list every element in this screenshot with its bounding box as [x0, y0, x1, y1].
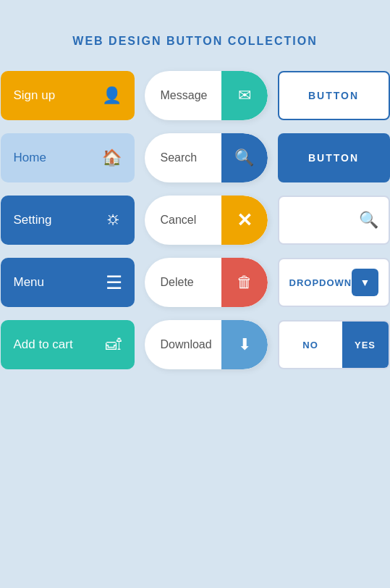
cart-icon: 🛋	[106, 335, 122, 354]
button-grid: Sign up 👤 Message ✉ BUTTON Home 🏠 Search…	[0, 71, 390, 369]
yes-option[interactable]: YES	[342, 322, 389, 368]
delete-icon-wrap: 🗑	[221, 258, 268, 307]
dropdown-label: DROPDOWN	[289, 277, 352, 288]
button-solid-1[interactable]: BUTTON	[278, 133, 390, 182]
envelope-icon: ✉	[238, 86, 251, 105]
search-icon-right: 🔍	[359, 211, 378, 230]
button-outline-1-label: BUTTON	[308, 90, 359, 101]
addtocart-button[interactable]: Add to cart 🛋	[1, 320, 135, 369]
setting-label: Setting	[14, 213, 52, 227]
search-icon: 🔍	[234, 148, 254, 167]
search-button[interactable]: Search 🔍	[145, 133, 268, 182]
search-icon-wrap: 🔍	[221, 133, 268, 182]
no-option[interactable]: NO	[279, 340, 342, 350]
menu-label: Menu	[14, 275, 45, 290]
yesno-button[interactable]: NO YES	[278, 320, 390, 369]
button-outline-1[interactable]: BUTTON	[278, 71, 390, 120]
button-solid-1-label: BUTTON	[308, 152, 359, 164]
page-title: WEB DESIGN BUTTON COLLECTION	[72, 35, 317, 48]
message-label: Message	[161, 89, 208, 102]
trash-icon: 🗑	[237, 273, 253, 292]
message-button[interactable]: Message ✉	[145, 71, 268, 120]
dropdown-arrow: ▼	[352, 269, 378, 296]
dropdown-button[interactable]: DROPDOWN ▼	[278, 258, 390, 307]
x-icon: ✕	[237, 209, 253, 232]
chevron-down-icon: ▼	[360, 277, 370, 288]
message-icon-wrap: ✉	[221, 71, 268, 120]
settings-icon: ⛭	[106, 211, 122, 230]
download-icon-wrap: ⬇	[221, 320, 268, 369]
cancel-icon-wrap: ✕	[221, 196, 268, 245]
signup-button[interactable]: Sign up 👤	[1, 71, 135, 120]
download-icon: ⬇	[238, 335, 251, 354]
cancel-button[interactable]: Cancel ✕	[145, 196, 268, 245]
search-label: Search	[161, 151, 198, 164]
home-button[interactable]: Home 🏠	[1, 133, 135, 182]
menu-button[interactable]: Menu ☰	[1, 258, 135, 307]
hamburger-icon: ☰	[106, 272, 122, 294]
download-label: Download	[161, 338, 212, 351]
home-label: Home	[14, 151, 46, 165]
delete-button[interactable]: Delete 🗑	[145, 258, 268, 307]
setting-button[interactable]: Setting ⛭	[1, 196, 135, 245]
user-icon: 👤	[102, 86, 122, 105]
signup-label: Sign up	[14, 88, 56, 103]
addtocart-label: Add to cart	[14, 337, 73, 352]
download-button[interactable]: Download ⬇	[145, 320, 268, 369]
search-input-field[interactable]: 🔍	[278, 196, 390, 245]
cancel-label: Cancel	[161, 214, 197, 227]
delete-label: Delete	[161, 276, 194, 289]
home-icon: 🏠	[102, 148, 122, 167]
